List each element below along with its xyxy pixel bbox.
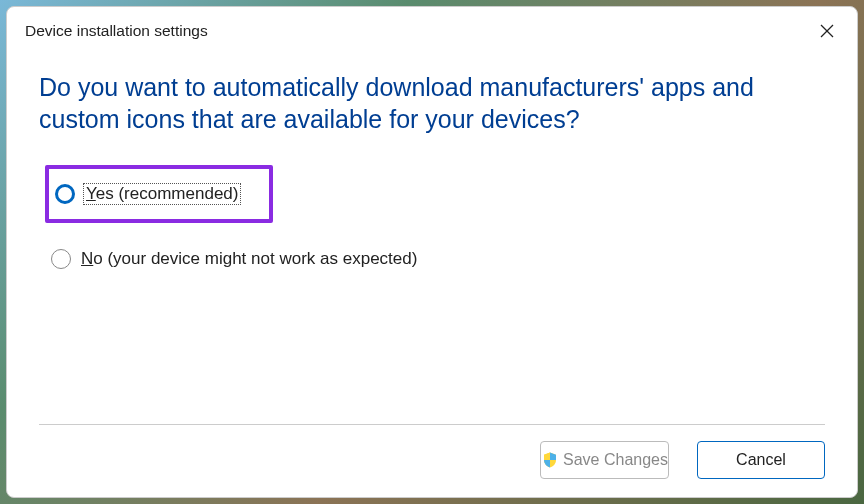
dialog-heading: Do you want to automatically download ma… bbox=[39, 71, 825, 135]
radio-group: Yes (recommended) No (your device might … bbox=[45, 165, 825, 273]
option-no-label: No (your device might not work as expect… bbox=[81, 249, 417, 269]
option-no[interactable]: No (your device might not work as expect… bbox=[45, 245, 825, 273]
cancel-button-label: Cancel bbox=[736, 451, 786, 469]
radio-no[interactable] bbox=[51, 249, 71, 269]
close-icon bbox=[819, 23, 835, 39]
dialog-content: Do you want to automatically download ma… bbox=[7, 51, 857, 424]
save-button-label: Save Changes bbox=[563, 451, 668, 469]
shield-icon bbox=[541, 451, 559, 469]
cancel-button[interactable]: Cancel bbox=[697, 441, 825, 479]
titlebar: Device installation settings bbox=[7, 7, 857, 51]
option-yes-label: Yes (recommended) bbox=[83, 183, 241, 205]
option-yes[interactable]: Yes (recommended) bbox=[45, 165, 273, 223]
save-changes-button[interactable]: Save Changes bbox=[540, 441, 669, 479]
device-installation-dialog: Device installation settings Do you want… bbox=[6, 6, 858, 498]
radio-yes[interactable] bbox=[55, 184, 75, 204]
close-button[interactable] bbox=[813, 17, 841, 45]
dialog-title: Device installation settings bbox=[25, 22, 208, 40]
dialog-footer: Save Changes Cancel bbox=[7, 425, 857, 497]
